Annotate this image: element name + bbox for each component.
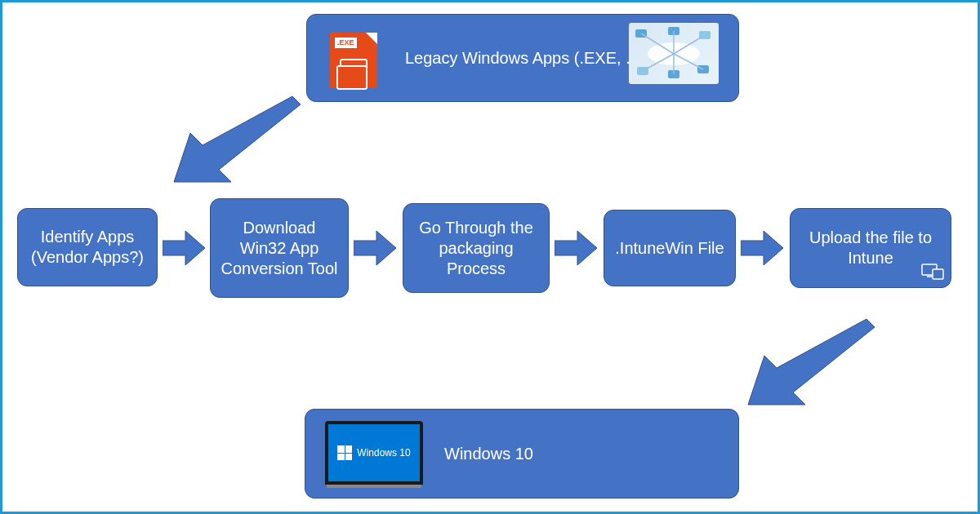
laptop-screen-text: Windows 10 bbox=[357, 447, 410, 459]
arrow-upload-to-win10 bbox=[744, 311, 883, 409]
windows-10-box: Windows 10 Windows 10 bbox=[305, 409, 739, 498]
windows-logo-icon bbox=[337, 445, 352, 460]
svg-marker-13 bbox=[174, 96, 301, 182]
step-intunewin-file: .IntuneWin File bbox=[604, 210, 736, 286]
legacy-apps-box: .EXE Legacy Windows Apps (.EXE, .MSI, et… bbox=[306, 14, 739, 102]
svg-rect-19 bbox=[933, 269, 943, 279]
step-label: .IntuneWin File bbox=[615, 238, 724, 259]
arrow-legacy-to-identify bbox=[170, 88, 309, 186]
step-label: Identify Apps (Vendor Apps?) bbox=[26, 227, 149, 268]
arrow-step-2 bbox=[354, 229, 396, 267]
exe-file-tag: .EXE bbox=[335, 38, 357, 48]
windows-10-label: Windows 10 bbox=[444, 444, 533, 464]
devices-cloud-icon bbox=[629, 23, 719, 84]
step-packaging-process: Go Through the packaging Process bbox=[403, 203, 550, 293]
step-label: Download Win32 App Conversion Tool bbox=[219, 218, 340, 279]
laptop-icon: Windows 10 bbox=[325, 421, 423, 485]
step-download-tool: Download Win32 App Conversion Tool bbox=[210, 198, 349, 298]
svg-marker-17 bbox=[741, 231, 783, 265]
svg-marker-21 bbox=[748, 319, 875, 405]
step-label: Go Through the packaging Process bbox=[412, 218, 541, 279]
arrow-step-4 bbox=[741, 229, 783, 267]
step-upload-to-intune: Upload the file to Intune bbox=[790, 208, 951, 288]
exe-file-icon: .EXE bbox=[330, 33, 377, 88]
arrow-step-3 bbox=[555, 229, 597, 267]
svg-marker-15 bbox=[354, 231, 396, 265]
svg-marker-14 bbox=[163, 231, 205, 265]
arrow-step-1 bbox=[163, 229, 205, 267]
step-identify-apps: Identify Apps (Vendor Apps?) bbox=[17, 208, 158, 286]
devices-icon bbox=[921, 263, 944, 281]
svg-marker-16 bbox=[555, 231, 597, 265]
